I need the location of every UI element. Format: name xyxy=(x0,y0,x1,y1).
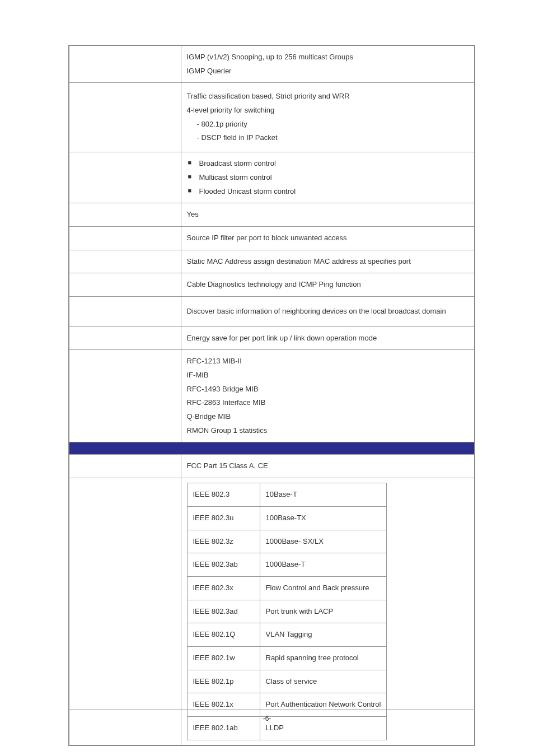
standards-list: IEEE 802.310Base-TIEEE 802.3u100Base-TXI… xyxy=(187,483,387,740)
standard-row: IEEE 802.310Base-T xyxy=(187,483,387,507)
standard-value: 10Base-T xyxy=(260,483,387,507)
section-header xyxy=(69,442,475,455)
cell-text: Static MAC Address assign destination MA… xyxy=(181,250,475,273)
standard-key: IEEE 802.3 xyxy=(187,483,260,507)
cell-text: 4-level priority for switching xyxy=(187,104,469,118)
cell-text: FCC Part 15 Class A, CE xyxy=(181,455,475,478)
section-header-row xyxy=(69,442,475,455)
standard-key: IEEE 802.1p xyxy=(187,670,260,693)
standard-key: IEEE 802.3u xyxy=(187,506,260,530)
table-row: Yes xyxy=(69,203,475,227)
cell-text: Source IP filter per port to block unwan… xyxy=(181,226,475,250)
list-item: Broadcast storm control xyxy=(187,157,469,171)
table-row: Static MAC Address assign destination MA… xyxy=(69,250,475,273)
standard-value: Port trunk with LACP xyxy=(260,600,387,623)
standard-row: IEEE 802.1wRapid spanning tree protocol xyxy=(187,646,387,670)
standard-row: IEEE 802.3u100Base-TX xyxy=(187,506,387,530)
cell-text: IGMP (v1/v2) Snooping, up to 256 multica… xyxy=(187,50,469,64)
cell-text: IGMP Querier xyxy=(187,64,469,78)
cell-text: IF-MIB xyxy=(187,368,469,382)
table-row: FCC Part 15 Class A, CE xyxy=(69,455,475,478)
table-row: Source IP filter per port to block unwan… xyxy=(69,226,475,250)
cell-text: RFC-1213 MIB-II xyxy=(187,354,469,368)
list-item: Multicast storm control xyxy=(187,171,469,185)
standard-value: Rapid spanning tree protocol xyxy=(260,646,387,670)
cell-text: Energy save for per port link up / link … xyxy=(181,326,475,350)
cell-text: Cable Diagnostics technology and ICMP Pi… xyxy=(181,273,475,297)
table-row: Energy save for per port link up / link … xyxy=(69,326,475,350)
standard-key: IEEE 802.3x xyxy=(187,576,260,600)
standard-key: IEEE 802.3ab xyxy=(187,553,260,577)
standard-value: Flow Control and Back pressure xyxy=(260,576,387,600)
table-row: Discover basic information of neighborin… xyxy=(69,296,475,326)
standard-row: IEEE 802.3z1000Base- SX/LX xyxy=(187,530,387,553)
table-row: Broadcast storm control Multicast storm … xyxy=(69,152,475,203)
standard-value: Class of service xyxy=(260,670,387,693)
cell-text: - 802.1p priority xyxy=(187,118,469,132)
cell-text: Q-Bridge MIB xyxy=(187,410,469,424)
standard-value: VLAN Tagging xyxy=(260,623,387,647)
list-item: Flooded Unicast storm control xyxy=(187,185,469,199)
table-row: Traffic classification based, Strict pri… xyxy=(69,83,475,152)
cell-text: Traffic classification based, Strict pri… xyxy=(187,90,469,104)
cell-text: RFC-1493 Bridge MIB xyxy=(187,382,469,396)
standard-key: IEEE 802.1Q xyxy=(187,623,260,647)
page-number: -6- xyxy=(263,715,271,722)
standard-value: 1000Base-T xyxy=(260,553,387,577)
table-row: Cable Diagnostics technology and ICMP Pi… xyxy=(69,273,475,297)
standard-row: IEEE 802.3ab1000Base-T xyxy=(187,553,387,577)
standard-row: IEEE 802.3adPort trunk with LACP xyxy=(187,600,387,623)
spec-table: IGMP (v1/v2) Snooping, up to 256 multica… xyxy=(68,45,475,746)
standard-value: 100Base-TX xyxy=(260,506,387,530)
cell-text: - DSCP field in IP Packet xyxy=(187,131,469,145)
standard-key: IEEE 802.3ad xyxy=(187,600,260,623)
standard-row: IEEE 802.1pClass of service xyxy=(187,670,387,693)
standard-key: IEEE 802.3z xyxy=(187,530,260,553)
cell-text: RFC-2863 Interface MIB xyxy=(187,396,469,410)
table-row: IEEE 802.310Base-TIEEE 802.3u100Base-TXI… xyxy=(69,478,475,745)
cell-text: RMON Group 1 statistics xyxy=(187,424,469,438)
table-row: IGMP (v1/v2) Snooping, up to 256 multica… xyxy=(69,45,475,83)
cell-text: Yes xyxy=(181,203,475,227)
standard-row: IEEE 802.3xFlow Control and Back pressur… xyxy=(187,576,387,600)
standard-key: IEEE 802.1w xyxy=(187,646,260,670)
standard-value: 1000Base- SX/LX xyxy=(260,530,387,553)
standard-row: IEEE 802.1QVLAN Tagging xyxy=(187,623,387,647)
cell-text: Discover basic information of neighborin… xyxy=(181,296,475,326)
table-row: RFC-1213 MIB-II IF-MIB RFC-1493 Bridge M… xyxy=(69,350,475,442)
